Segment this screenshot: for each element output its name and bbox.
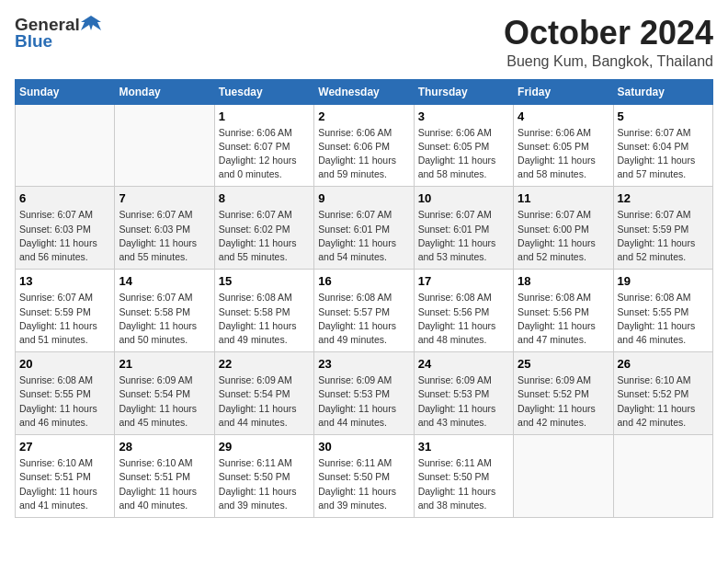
calendar-cell: 1Sunrise: 6:06 AMSunset: 6:07 PMDaylight…	[214, 104, 313, 187]
day-info: Sunrise: 6:06 AMSunset: 6:05 PMDaylight:…	[418, 126, 509, 182]
calendar-cell: 8Sunrise: 6:07 AMSunset: 6:02 PMDaylight…	[214, 187, 313, 270]
day-number: 16	[318, 274, 409, 288]
day-number: 1	[219, 109, 310, 123]
day-number: 12	[618, 191, 709, 205]
day-info: Sunrise: 6:11 AMSunset: 5:50 PMDaylight:…	[219, 456, 310, 512]
calendar-cell: 3Sunrise: 6:06 AMSunset: 6:05 PMDaylight…	[414, 104, 513, 187]
day-number: 27	[19, 440, 110, 454]
header-day: Saturday	[613, 79, 712, 104]
calendar-cell: 18Sunrise: 6:08 AMSunset: 5:56 PMDayligh…	[514, 270, 613, 352]
header-day: Tuesday	[214, 79, 313, 104]
location-title: Bueng Kum, Bangkok, Thailand	[504, 53, 713, 70]
header-day: Sunday	[16, 79, 115, 104]
day-info: Sunrise: 6:08 AMSunset: 5:58 PMDaylight:…	[219, 291, 310, 347]
day-number: 17	[418, 274, 509, 288]
calendar-cell: 12Sunrise: 6:07 AMSunset: 5:59 PMDayligh…	[613, 187, 712, 270]
day-info: Sunrise: 6:10 AMSunset: 5:51 PMDaylight:…	[119, 456, 210, 512]
day-info: Sunrise: 6:09 AMSunset: 5:54 PMDaylight:…	[219, 373, 310, 430]
calendar-cell: 19Sunrise: 6:08 AMSunset: 5:55 PMDayligh…	[613, 270, 712, 352]
day-number: 2	[318, 109, 409, 123]
day-info: Sunrise: 6:10 AMSunset: 5:52 PMDaylight:…	[618, 373, 709, 430]
day-number: 7	[119, 191, 210, 205]
svg-marker-0	[81, 16, 101, 30]
day-info: Sunrise: 6:07 AMSunset: 5:59 PMDaylight:…	[19, 291, 110, 347]
calendar-cell: 20Sunrise: 6:08 AMSunset: 5:55 PMDayligh…	[16, 352, 115, 435]
calendar-cell: 7Sunrise: 6:07 AMSunset: 6:03 PMDaylight…	[115, 187, 214, 270]
day-number: 14	[119, 274, 210, 288]
header-day: Monday	[115, 79, 214, 104]
day-number: 23	[318, 357, 409, 371]
page-header: General Blue October 2024 Bueng Kum, Ban…	[15, 15, 713, 70]
calendar-week: 27Sunrise: 6:10 AMSunset: 5:51 PMDayligh…	[16, 435, 713, 518]
calendar-cell: 27Sunrise: 6:10 AMSunset: 5:51 PMDayligh…	[16, 435, 115, 518]
day-info: Sunrise: 6:09 AMSunset: 5:53 PMDaylight:…	[418, 373, 509, 430]
day-number: 11	[518, 191, 609, 205]
day-number: 20	[19, 357, 110, 371]
calendar-cell: 25Sunrise: 6:09 AMSunset: 5:52 PMDayligh…	[514, 352, 613, 435]
calendar-cell: 22Sunrise: 6:09 AMSunset: 5:54 PMDayligh…	[214, 352, 313, 435]
calendar-cell: 16Sunrise: 6:08 AMSunset: 5:57 PMDayligh…	[314, 270, 414, 352]
day-info: Sunrise: 6:08 AMSunset: 5:56 PMDaylight:…	[418, 291, 509, 347]
calendar-cell: 31Sunrise: 6:11 AMSunset: 5:50 PMDayligh…	[414, 435, 513, 518]
calendar-cell: 29Sunrise: 6:11 AMSunset: 5:50 PMDayligh…	[214, 435, 313, 518]
day-info: Sunrise: 6:11 AMSunset: 5:50 PMDaylight:…	[418, 456, 509, 512]
calendar-cell: 15Sunrise: 6:08 AMSunset: 5:58 PMDayligh…	[214, 270, 313, 352]
calendar-cell: 11Sunrise: 6:07 AMSunset: 6:00 PMDayligh…	[514, 187, 613, 270]
calendar-cell: 21Sunrise: 6:09 AMSunset: 5:54 PMDayligh…	[115, 352, 214, 435]
title-block: October 2024 Bueng Kum, Bangkok, Thailan…	[504, 15, 713, 70]
calendar-cell: 17Sunrise: 6:08 AMSunset: 5:56 PMDayligh…	[414, 270, 513, 352]
day-info: Sunrise: 6:10 AMSunset: 5:51 PMDaylight:…	[19, 456, 110, 512]
day-info: Sunrise: 6:07 AMSunset: 6:01 PMDaylight:…	[318, 208, 409, 264]
day-info: Sunrise: 6:06 AMSunset: 6:07 PMDaylight:…	[219, 126, 310, 182]
day-info: Sunrise: 6:07 AMSunset: 6:01 PMDaylight:…	[418, 208, 509, 264]
day-info: Sunrise: 6:06 AMSunset: 6:05 PMDaylight:…	[518, 126, 609, 182]
day-number: 19	[618, 274, 709, 288]
day-info: Sunrise: 6:08 AMSunset: 5:57 PMDaylight:…	[318, 291, 409, 347]
day-number: 3	[418, 109, 509, 123]
calendar-cell: 24Sunrise: 6:09 AMSunset: 5:53 PMDayligh…	[414, 352, 513, 435]
day-number: 8	[219, 191, 310, 205]
calendar-header: SundayMondayTuesdayWednesdayThursdayFrid…	[16, 79, 713, 104]
logo-icon	[81, 14, 101, 34]
day-number: 24	[418, 357, 509, 371]
day-info: Sunrise: 6:07 AMSunset: 6:04 PMDaylight:…	[618, 126, 709, 182]
day-number: 25	[518, 357, 609, 371]
day-number: 22	[219, 357, 310, 371]
day-info: Sunrise: 6:08 AMSunset: 5:55 PMDaylight:…	[618, 291, 709, 347]
day-info: Sunrise: 6:11 AMSunset: 5:50 PMDaylight:…	[318, 456, 409, 512]
calendar-body: 1Sunrise: 6:06 AMSunset: 6:07 PMDaylight…	[16, 104, 713, 517]
day-info: Sunrise: 6:07 AMSunset: 5:59 PMDaylight:…	[618, 208, 709, 264]
day-number: 6	[19, 191, 110, 205]
day-info: Sunrise: 6:07 AMSunset: 6:03 PMDaylight:…	[119, 208, 210, 264]
day-number: 4	[518, 109, 609, 123]
calendar-cell: 10Sunrise: 6:07 AMSunset: 6:01 PMDayligh…	[414, 187, 513, 270]
day-number: 30	[318, 440, 409, 454]
day-info: Sunrise: 6:08 AMSunset: 5:56 PMDaylight:…	[518, 291, 609, 347]
day-number: 15	[219, 274, 310, 288]
calendar-cell: 2Sunrise: 6:06 AMSunset: 6:06 PMDaylight…	[314, 104, 414, 187]
day-number: 29	[219, 440, 310, 454]
day-number: 18	[518, 274, 609, 288]
calendar-table: SundayMondayTuesdayWednesdayThursdayFrid…	[15, 79, 713, 518]
calendar-cell: 6Sunrise: 6:07 AMSunset: 6:03 PMDaylight…	[16, 187, 115, 270]
calendar-week: 20Sunrise: 6:08 AMSunset: 5:55 PMDayligh…	[16, 352, 713, 435]
header-day: Wednesday	[314, 79, 414, 104]
calendar-cell: 9Sunrise: 6:07 AMSunset: 6:01 PMDaylight…	[314, 187, 414, 270]
header-row: SundayMondayTuesdayWednesdayThursdayFrid…	[16, 79, 713, 104]
day-info: Sunrise: 6:07 AMSunset: 5:58 PMDaylight:…	[119, 291, 210, 347]
logo-blue: Blue	[15, 31, 52, 52]
day-info: Sunrise: 6:06 AMSunset: 6:06 PMDaylight:…	[318, 126, 409, 182]
calendar-week: 13Sunrise: 6:07 AMSunset: 5:59 PMDayligh…	[16, 270, 713, 352]
day-number: 13	[19, 274, 110, 288]
day-number: 9	[318, 191, 409, 205]
day-number: 31	[418, 440, 509, 454]
calendar-cell	[514, 435, 613, 518]
calendar-week: 1Sunrise: 6:06 AMSunset: 6:07 PMDaylight…	[16, 104, 713, 187]
day-info: Sunrise: 6:07 AMSunset: 6:03 PMDaylight:…	[19, 208, 110, 264]
header-day: Friday	[514, 79, 613, 104]
day-info: Sunrise: 6:09 AMSunset: 5:54 PMDaylight:…	[119, 373, 210, 430]
month-title: October 2024	[504, 15, 713, 52]
logo: General Blue	[15, 15, 101, 52]
day-info: Sunrise: 6:07 AMSunset: 6:02 PMDaylight:…	[219, 208, 310, 264]
calendar-cell: 23Sunrise: 6:09 AMSunset: 5:53 PMDayligh…	[314, 352, 414, 435]
